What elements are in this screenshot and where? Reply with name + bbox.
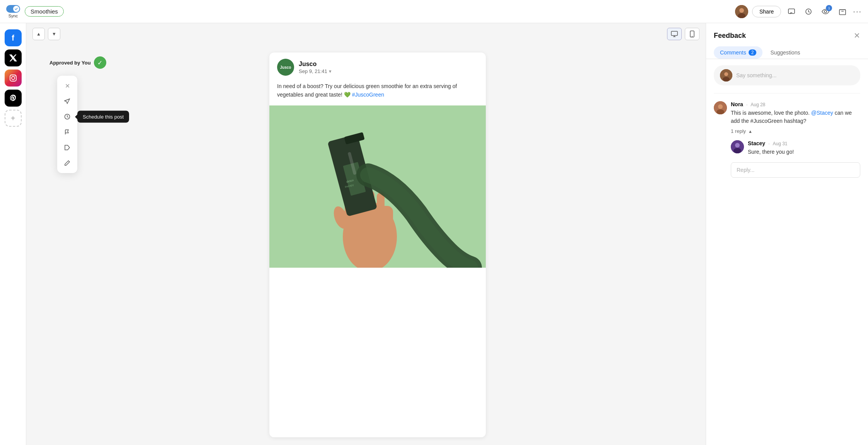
preview-icon-btn[interactable]: 1 <box>819 5 832 18</box>
svg-rect-21 <box>377 192 385 217</box>
svg-point-2 <box>739 8 744 13</box>
stacey-comment-text: Sure, there you go! <box>748 148 860 156</box>
svg-point-37 <box>734 148 741 153</box>
post-card: Jusco Jusco Sep 9, 21:41 ▾ In need of a … <box>269 53 486 437</box>
replies-count: 1 reply <box>731 128 746 134</box>
panel-tabs: Comments 2 Suggestions <box>706 40 868 59</box>
post-area: Approved by You ✓ ✕ Sch <box>26 45 706 445</box>
post-datetime: Sep 9, 21:41 ▾ <box>299 68 332 74</box>
float-edit-button[interactable] <box>60 156 74 170</box>
tab-comments[interactable]: Comments 2 <box>714 46 762 59</box>
sync-toggle-track[interactable] <box>6 5 20 13</box>
sidebar-item-threads[interactable] <box>5 90 22 107</box>
topbar: Sync Smoothies Share 1 <box>0 0 868 23</box>
nora-comment-text: This is awesome, love the photo. @Stacey… <box>731 109 860 125</box>
topbar-right: Share 1 ··· <box>735 5 862 18</box>
approved-by-text: Approved by You <box>49 60 91 66</box>
comments-badge: 2 <box>749 49 757 56</box>
history-icon-btn[interactable] <box>802 5 815 18</box>
toggle-thumb <box>13 6 19 12</box>
panel-title: Feedback <box>714 32 746 40</box>
nora-date: Aug 28 <box>751 102 765 107</box>
float-schedule-button[interactable]: Schedule this post <box>60 110 74 124</box>
stacey-mention[interactable]: @Stacey <box>811 110 833 116</box>
svg-point-30 <box>724 72 728 76</box>
float-flag-button[interactable] <box>60 125 74 139</box>
center-content: ▲ ▼ Approved by You <box>26 23 706 445</box>
main-layout: f + ▲ ▼ <box>0 23 868 445</box>
archive-icon-btn[interactable] <box>836 5 849 18</box>
nora-author: Nora <box>731 101 743 107</box>
svg-point-33 <box>718 104 723 109</box>
share-button[interactable]: Share <box>752 6 781 17</box>
comment-input-area[interactable]: Say something... <box>714 65 860 85</box>
comments-icon-btn[interactable] <box>785 5 798 18</box>
close-panel-button[interactable]: ✕ <box>854 31 860 40</box>
nora-comment-content: Nora · Aug 28 This is awesome, love the … <box>731 101 860 134</box>
sidebar-item-instagram[interactable] <box>5 70 22 87</box>
schedule-tooltip: Schedule this post <box>77 111 129 123</box>
floating-toolbar: ✕ Schedule this post <box>57 76 77 173</box>
center-toolbar: ▲ ▼ <box>26 23 706 45</box>
sync-label: Sync <box>9 14 18 18</box>
preview-badge: 1 <box>826 5 832 11</box>
approval-check-icon: ✓ <box>94 56 106 69</box>
svg-rect-11 <box>671 31 677 36</box>
mobile-view-button[interactable] <box>685 28 700 40</box>
reply-input-area[interactable]: Reply... <box>731 162 860 178</box>
post-avatar: Jusco <box>277 59 294 76</box>
brand-tag[interactable]: Smoothies <box>25 6 64 17</box>
post-image: detox therapy <box>269 105 486 268</box>
float-close-button[interactable]: ✕ <box>60 79 74 93</box>
svg-point-36 <box>735 143 740 148</box>
stacey-author: Stacey <box>748 140 765 146</box>
nav-down-button[interactable]: ▼ <box>48 28 60 40</box>
sidebar-item-facebook[interactable]: f <box>5 29 22 46</box>
sidebar-add-button[interactable]: + <box>5 110 22 127</box>
nora-meta: Nora · Aug 28 <box>731 101 860 107</box>
comment-stacey: Stacey · Aug 31 Sure, there you go! <box>731 140 860 156</box>
panel-body: Say something... Nora <box>706 59 868 445</box>
user-avatar[interactable] <box>735 5 748 18</box>
svg-rect-7 <box>839 10 846 15</box>
comment-nora: Nora · Aug 28 This is awesome, love the … <box>714 101 860 134</box>
nav-up-button[interactable]: ▲ <box>32 28 45 40</box>
post-author: Jusco <box>299 61 332 68</box>
post-meta: Jusco Sep 9, 21:41 ▾ <box>299 61 332 74</box>
stacey-meta: Stacey · Aug 31 <box>748 140 860 146</box>
feedback-panel: Feedback ✕ Comments 2 Suggestions <box>706 23 868 445</box>
float-label-button[interactable] <box>60 141 74 155</box>
panel-header: Feedback ✕ <box>706 23 868 40</box>
svg-point-10 <box>15 76 15 76</box>
divider <box>714 93 860 93</box>
svg-point-6 <box>824 10 827 13</box>
stacey-comment-content: Stacey · Aug 31 Sure, there you go! <box>748 140 860 156</box>
post-hashtag[interactable]: #JuscoGreen <box>352 92 384 98</box>
float-send-button[interactable] <box>60 94 74 108</box>
stacey-date: Aug 31 <box>773 141 788 146</box>
left-sidebar: f + <box>0 23 26 445</box>
svg-point-13 <box>692 36 693 37</box>
stacey-avatar <box>731 140 744 153</box>
sidebar-item-twitter[interactable] <box>5 49 22 66</box>
svg-point-31 <box>723 77 730 82</box>
post-body: In need of a boost? Try our delicious gr… <box>269 80 486 105</box>
nora-avatar <box>714 101 727 114</box>
svg-point-9 <box>12 76 15 80</box>
reply-placeholder[interactable]: Reply... <box>737 167 754 173</box>
tab-suggestions[interactable]: Suggestions <box>764 46 806 59</box>
approval-badge: Approved by You ✓ <box>49 56 106 69</box>
desktop-view-button[interactable] <box>667 28 682 40</box>
comment-placeholder[interactable]: Say something... <box>736 72 854 78</box>
more-options-button[interactable]: ··· <box>853 7 862 16</box>
replies-toggle[interactable]: 1 reply ▲ <box>731 128 860 134</box>
sync-toggle[interactable]: Sync <box>6 5 20 18</box>
comment-thread: Nora · Aug 28 This is awesome, love the … <box>714 101 860 178</box>
post-header: Jusco Jusco Sep 9, 21:41 ▾ <box>269 53 486 80</box>
current-user-avatar <box>720 69 732 82</box>
